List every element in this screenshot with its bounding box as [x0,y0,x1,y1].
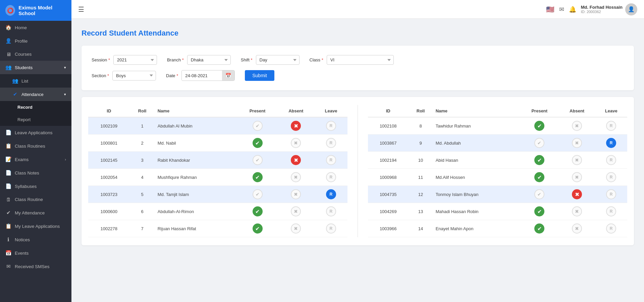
absent-button[interactable]: ✖ [291,223,301,234]
absent-button[interactable]: ✖ [291,121,301,131]
cell-leave[interactable]: R [595,135,627,152]
present-button[interactable]: ✔ [534,138,544,148]
bell-icon[interactable]: 🔔 [569,6,576,13]
absent-button[interactable]: ✖ [572,121,582,131]
present-button[interactable]: ✔ [253,172,263,182]
mail-icon[interactable]: ✉ [559,6,564,13]
cell-present[interactable]: ✔ [237,220,277,237]
absent-button[interactable]: ✖ [291,155,301,165]
sidebar-item-class-routines[interactable]: 📋 Class Routines [0,139,71,153]
cell-absent[interactable]: ✖ [277,135,315,152]
cell-leave[interactable]: R [595,152,627,169]
submit-button[interactable]: Submit [245,70,274,81]
sidebar-item-sms[interactable]: ✉ Received SMSes [0,260,71,273]
app-logo[interactable]: ⭕ Eximus Model School [0,0,71,21]
leave-button[interactable]: R [326,172,336,182]
present-button[interactable]: ✔ [534,223,544,234]
leave-button[interactable]: R [606,138,616,148]
cell-leave[interactable]: R [595,117,627,135]
cell-present[interactable]: ✔ [520,220,559,237]
present-button[interactable]: ✔ [253,121,263,131]
absent-button[interactable]: ✖ [291,138,301,148]
cell-present[interactable]: ✔ [237,203,277,220]
shift-select[interactable]: Day [256,55,300,65]
sidebar-item-events[interactable]: 📅 Events [0,246,71,260]
leave-button[interactable]: R [606,121,616,131]
cell-leave[interactable]: R [315,117,347,135]
present-button[interactable]: ✔ [253,138,263,148]
present-button[interactable]: ✔ [534,189,544,199]
present-button[interactable]: ✔ [534,155,544,165]
cell-present[interactable]: ✔ [520,152,559,169]
cell-present[interactable]: ✔ [237,152,277,169]
sidebar-item-notices[interactable]: ℹ Notices [0,233,71,246]
leave-button[interactable]: R [326,155,336,165]
cell-absent[interactable]: ✖ [277,117,315,135]
absent-button[interactable]: ✖ [572,172,582,182]
leave-button[interactable]: R [326,223,336,234]
absent-button[interactable]: ✖ [291,172,301,182]
sidebar-item-class-routine[interactable]: 🗓 Class Routine [0,193,71,206]
leave-button[interactable]: R [326,206,336,216]
cell-leave[interactable]: R [315,152,347,169]
cell-leave[interactable]: R [595,203,627,220]
absent-button[interactable]: ✖ [572,206,582,216]
absent-button[interactable]: ✖ [291,206,301,216]
absent-button[interactable]: ✖ [572,138,582,148]
sidebar-item-exams[interactable]: 📝 Exams › [0,153,71,166]
present-button[interactable]: ✔ [534,172,544,182]
sidebar-item-profile[interactable]: 👤 Profile [0,34,71,48]
cell-present[interactable]: ✔ [520,203,559,220]
cell-absent[interactable]: ✖ [559,117,595,135]
absent-button[interactable]: ✖ [291,189,301,199]
cell-leave[interactable]: R [315,186,347,203]
leave-button[interactable]: R [606,206,616,216]
sidebar-item-record[interactable]: Record [0,101,71,113]
hamburger-button[interactable]: ☰ [78,5,84,13]
cell-present[interactable]: ✔ [237,169,277,186]
cell-leave[interactable]: R [315,169,347,186]
session-select[interactable]: 2021 [113,55,157,65]
leave-button[interactable]: R [326,138,336,148]
absent-button[interactable]: ✖ [572,155,582,165]
cell-present[interactable]: ✔ [520,186,559,203]
cell-absent[interactable]: ✖ [277,220,315,237]
sidebar-item-report[interactable]: Report [0,113,71,126]
cell-leave[interactable]: R [315,220,347,237]
sidebar-item-leave-applications[interactable]: 📄 Leave Applications [0,126,71,139]
cell-absent[interactable]: ✖ [559,186,595,203]
leave-button[interactable]: R [606,189,616,199]
cell-present[interactable]: ✔ [237,186,277,203]
present-button[interactable]: ✔ [253,223,263,234]
sidebar-item-my-attendance[interactable]: ✔ My Attendance [0,206,71,219]
leave-button[interactable]: R [326,121,336,131]
leave-button[interactable]: R [606,172,616,182]
section-select[interactable]: Boys [112,71,156,81]
date-picker-button[interactable]: 📅 [222,70,234,81]
sidebar-item-class-notes[interactable]: 📄 Class Notes [0,166,71,180]
cell-leave[interactable]: R [595,220,627,237]
present-button[interactable]: ✔ [253,155,263,165]
cell-present[interactable]: ✔ [520,135,559,152]
absent-button[interactable]: ✖ [572,189,582,199]
cell-absent[interactable]: ✖ [559,220,595,237]
cell-present[interactable]: ✔ [520,117,559,135]
branch-select[interactable]: Dhaka [187,55,231,65]
leave-button[interactable]: R [606,155,616,165]
present-button[interactable]: ✔ [253,206,263,216]
cell-present[interactable]: ✔ [237,117,277,135]
cell-absent[interactable]: ✖ [559,203,595,220]
present-button[interactable]: ✔ [253,189,263,199]
sidebar-item-syllabuses[interactable]: 📄 Syllabuses [0,180,71,193]
cell-absent[interactable]: ✖ [559,152,595,169]
sidebar-item-my-leave[interactable]: 📋 My Leave Applications [0,219,71,233]
cell-absent[interactable]: ✖ [277,169,315,186]
cell-absent[interactable]: ✖ [277,186,315,203]
sidebar-item-attendance[interactable]: ✔ Attendance ▾ [0,88,71,101]
cell-absent[interactable]: ✖ [277,152,315,169]
sidebar-item-students[interactable]: 👥 Students ▾ [0,61,71,74]
sidebar-item-list[interactable]: 👥 List [0,74,71,88]
cell-present[interactable]: ✔ [237,135,277,152]
leave-button[interactable]: R [326,189,336,199]
present-button[interactable]: ✔ [534,206,544,216]
